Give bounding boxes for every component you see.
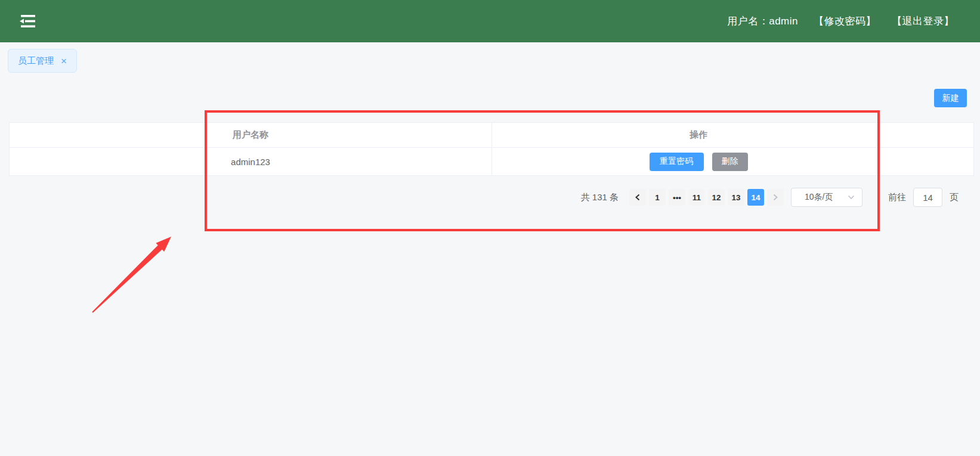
page-button-1[interactable]: 1 xyxy=(649,189,666,206)
tab-strip: 员工管理 × xyxy=(0,42,980,76)
app-header: 用户名：admin 【修改密码】 【退出登录】 xyxy=(0,0,980,42)
collapse-sidebar-icon[interactable] xyxy=(20,15,35,27)
logout-link[interactable]: 【退出登录】 xyxy=(892,14,954,28)
column-header-username: 用户名称 xyxy=(10,123,491,147)
prev-page-button[interactable] xyxy=(629,189,646,206)
page-size-select[interactable]: 10条/页 xyxy=(791,188,862,207)
chevron-right-icon xyxy=(772,194,778,201)
page-button-13[interactable]: 13 xyxy=(728,189,744,206)
delete-button[interactable]: 删除 xyxy=(712,153,748,171)
total-count-label: 共 131 条 xyxy=(581,192,619,203)
employee-table: 用户名称 操作 admin123 重置密码 删除 xyxy=(9,122,974,176)
table-row: admin123 重置密码 删除 xyxy=(10,148,973,176)
page-size-value: 10条/页 xyxy=(805,192,833,203)
actions-cell: 重置密码 删除 xyxy=(491,148,973,175)
table-header-row: 用户名称 操作 xyxy=(10,123,973,148)
tab-employee-management[interactable]: 员工管理 × xyxy=(8,49,77,73)
page-jumper: 前往 页 xyxy=(888,188,959,207)
chevron-down-icon xyxy=(848,195,855,200)
page-button-12[interactable]: 12 xyxy=(708,189,725,206)
page-ellipsis[interactable]: ••• xyxy=(669,189,685,206)
pagination-bar: 共 131 条 1 ••• 11 12 13 14 10条/页 前往 页 xyxy=(581,188,959,207)
column-header-actions: 操作 xyxy=(491,123,973,147)
change-password-link[interactable]: 【修改密码】 xyxy=(814,14,876,28)
username-cell: admin123 xyxy=(10,148,491,175)
chevron-left-icon xyxy=(635,194,641,201)
annotation-arrow-icon xyxy=(84,232,179,319)
page-button-14-active[interactable]: 14 xyxy=(747,189,764,206)
create-button[interactable]: 新建 xyxy=(934,89,967,107)
close-icon[interactable]: × xyxy=(61,56,67,66)
next-page-button[interactable] xyxy=(767,189,784,206)
goto-suffix-label: 页 xyxy=(950,192,959,203)
tab-label: 员工管理 xyxy=(18,55,54,67)
header-user-area: 用户名：admin 【修改密码】 【退出登录】 xyxy=(727,14,954,28)
username-label: 用户名：admin xyxy=(727,14,798,28)
pager: 1 ••• 11 12 13 14 xyxy=(629,189,784,206)
page-button-11[interactable]: 11 xyxy=(688,189,705,206)
goto-page-input[interactable] xyxy=(913,188,942,207)
goto-label: 前往 xyxy=(888,192,906,203)
reset-password-button[interactable]: 重置密码 xyxy=(650,153,704,171)
